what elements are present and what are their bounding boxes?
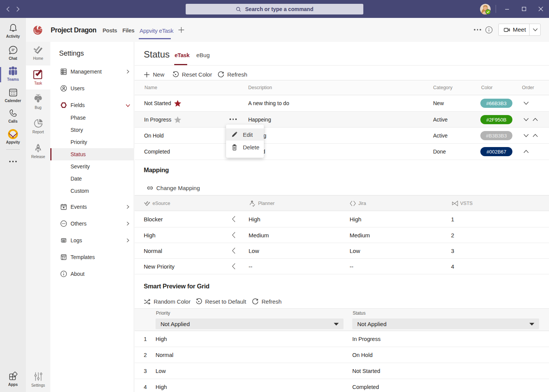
svg-text:LOG: LOG xyxy=(63,240,65,242)
